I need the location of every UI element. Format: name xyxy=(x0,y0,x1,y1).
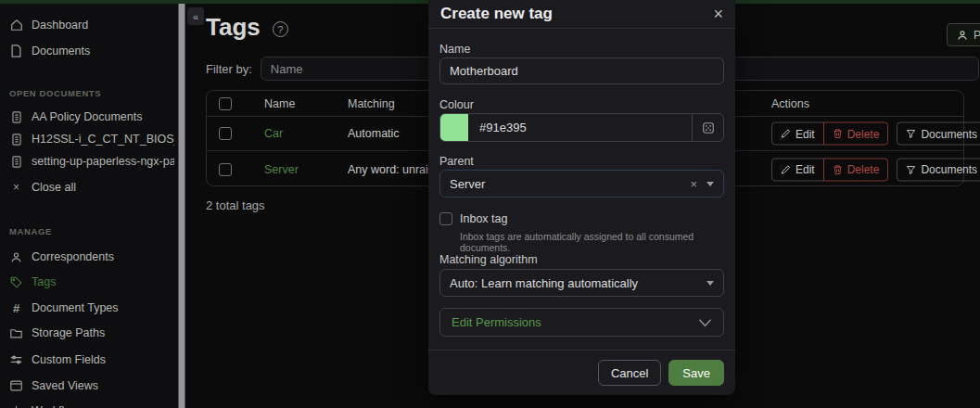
row-actions: Edit Delete Documents 3 xyxy=(771,158,980,181)
file-text-icon xyxy=(9,110,23,124)
cancel-button[interactable]: Cancel xyxy=(598,360,661,386)
file-text-icon xyxy=(9,133,23,147)
modal-header: Create new tag × xyxy=(428,0,735,29)
sidebar-item-label: Tags xyxy=(32,275,56,288)
folder-icon xyxy=(9,326,23,340)
sidebar-open-doc-3[interactable]: setting-up-paperless-ngx-part-one xyxy=(9,151,174,172)
parent-select-value: Server xyxy=(450,177,485,191)
colour-label: Colour xyxy=(439,98,474,111)
permissions-button[interactable]: Permissions xyxy=(947,23,980,46)
delete-button-label: Delete xyxy=(847,127,880,140)
edit-button[interactable]: Edit xyxy=(771,122,824,146)
documents-button[interactable]: Documents 3 xyxy=(897,158,980,181)
modal-footer: Cancel Save xyxy=(428,350,735,395)
matching-algorithm-select[interactable]: Auto: Learn matching automatically xyxy=(439,269,724,297)
documents-button[interactable]: Documents 1 xyxy=(897,122,980,146)
sidebar-item-document-types[interactable]: # Document Types xyxy=(9,298,174,318)
saved-views-icon xyxy=(9,379,23,393)
tag-matching: Automatic xyxy=(348,127,400,140)
sidebar-scrollbar[interactable] xyxy=(178,4,185,408)
colour-hex-input[interactable] xyxy=(468,114,692,141)
edit-permissions-accordion[interactable]: Edit Permissions xyxy=(439,308,724,337)
sidebar-item-saved-views[interactable]: Saved Views xyxy=(9,376,174,396)
delete-button[interactable]: Delete xyxy=(823,122,889,146)
sidebar-item-documents[interactable]: Documents xyxy=(9,41,174,61)
workflow-icon xyxy=(9,404,23,408)
sidebar-item-workflows[interactable]: Workflows xyxy=(9,401,174,408)
modal-title: Create new tag xyxy=(440,5,553,23)
documents-button-label: Documents xyxy=(921,127,977,140)
colour-input-group xyxy=(439,113,724,142)
clear-parent-icon[interactable]: × xyxy=(690,177,697,191)
sidebar-open-doc-1[interactable]: AA Policy Documents xyxy=(9,107,174,127)
chevron-down-icon xyxy=(706,182,714,186)
sidebar: Dashboard Documents OPEN DOCUMENTS AA Po… xyxy=(0,4,178,408)
column-header-matching: Matching xyxy=(348,97,395,110)
delete-button[interactable]: Delete xyxy=(823,158,889,181)
matching-algorithm-value: Auto: Learn matching automatically xyxy=(450,276,638,290)
sidebar-item-tags[interactable]: Tags xyxy=(9,272,174,292)
sidebar-collapse-button[interactable]: « xyxy=(187,7,204,25)
hash-icon: # xyxy=(9,301,23,315)
delete-button-label: Delete xyxy=(847,163,880,176)
sidebar-item-label: Storage Paths xyxy=(32,326,105,339)
save-button[interactable]: Save xyxy=(668,360,724,386)
sidebar-item-label: Document Types xyxy=(32,301,119,314)
pencil-icon xyxy=(781,129,791,139)
open-doc-label: H12SSL-i_C_CT_NT_BIOS_3.3_rele... xyxy=(32,133,174,146)
help-icon[interactable]: ? xyxy=(273,21,288,37)
chevron-down-icon xyxy=(706,281,714,286)
sidebar-item-label: Correspondents xyxy=(32,250,114,263)
inbox-tag-hint: Inbox tags are automatically assigned to… xyxy=(460,231,735,253)
sidebar-item-label: Workflows xyxy=(32,404,84,408)
close-icon[interactable]: × xyxy=(713,6,723,22)
select-all-checkbox[interactable] xyxy=(219,97,232,110)
close-icon: × xyxy=(9,181,23,195)
sidebar-item-dashboard[interactable]: Dashboard xyxy=(9,15,174,35)
manage-header: MANAGE xyxy=(9,226,52,236)
parent-select[interactable]: Server × xyxy=(439,170,724,198)
filter-label: Filter by: xyxy=(206,62,252,76)
colour-swatch xyxy=(440,114,468,141)
random-colour-button[interactable] xyxy=(692,114,723,141)
row-checkbox[interactable] xyxy=(219,163,232,176)
sliders-icon xyxy=(9,353,23,367)
column-header-name: Name xyxy=(264,97,295,110)
filter-icon xyxy=(906,164,916,174)
sidebar-item-custom-fields[interactable]: Custom Fields xyxy=(9,350,174,370)
row-checkbox[interactable] xyxy=(219,127,232,140)
edit-button-label: Edit xyxy=(795,163,815,176)
inbox-tag-label: Inbox tag xyxy=(460,212,507,225)
tag-name-link[interactable]: Car xyxy=(264,127,283,140)
open-doc-label: AA Policy Documents xyxy=(32,110,143,123)
tag-matching: Any word: unraid xyxy=(348,163,435,176)
close-all-label: Close all xyxy=(32,181,76,194)
file-icon xyxy=(9,45,23,58)
sidebar-open-doc-2[interactable]: H12SSL-i_C_CT_NT_BIOS_3.3_rele... xyxy=(9,129,174,149)
person-icon xyxy=(9,250,23,264)
matching-algorithm-label: Matching algorithm xyxy=(439,253,538,266)
inbox-tag-checkbox[interactable] xyxy=(439,212,452,225)
open-doc-label: setting-up-paperless-ngx-part-one xyxy=(32,155,174,168)
dice-icon xyxy=(702,121,715,134)
edit-button-label: Edit xyxy=(795,127,815,140)
person-icon xyxy=(957,30,968,41)
open-documents-header: OPEN DOCUMENTS xyxy=(9,88,101,98)
permissions-button-label: Permissions xyxy=(974,29,980,42)
sidebar-item-label: Custom Fields xyxy=(32,353,106,366)
sidebar-item-label: Dashboard xyxy=(32,19,88,32)
sidebar-item-correspondents[interactable]: Correspondents xyxy=(9,247,174,267)
trash-icon xyxy=(833,129,843,139)
create-tag-modal: Create new tag × Name Colour Parent Serv… xyxy=(428,0,735,395)
home-icon xyxy=(9,19,23,32)
edit-button[interactable]: Edit xyxy=(771,158,824,181)
file-text-icon xyxy=(9,155,23,169)
chevron-down-icon xyxy=(698,318,712,327)
tag-name-link[interactable]: Server xyxy=(264,163,299,176)
sidebar-close-all[interactable]: × Close all xyxy=(9,177,174,198)
tag-name-input[interactable] xyxy=(439,57,724,84)
inbox-tag-row: Inbox tag xyxy=(439,212,507,225)
sidebar-item-storage-paths[interactable]: Storage Paths xyxy=(9,323,174,343)
documents-button-label: Documents xyxy=(921,163,977,176)
row-actions: Edit Delete Documents 1 xyxy=(771,122,980,146)
